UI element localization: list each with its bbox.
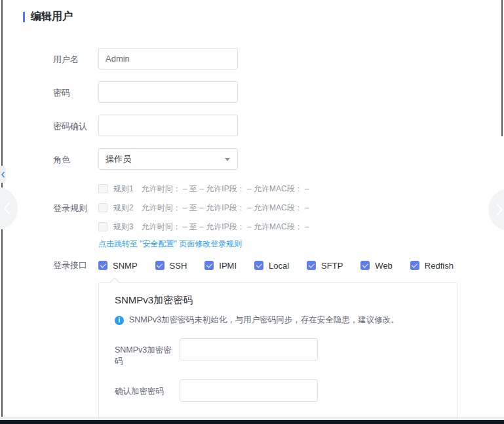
interface-option-web: Web	[360, 261, 393, 271]
snmpv3-panel: SNMPv3加密密码 i SNMPv3加密密码未初始化，与用户密码同步，存在安全…	[98, 282, 457, 424]
password-row: 密码	[53, 81, 504, 103]
chevron-left-icon	[3, 202, 10, 215]
title-accent-bar	[23, 12, 25, 22]
bottom-dark-bar	[0, 420, 504, 424]
username-row: 用户名	[53, 48, 504, 69]
page-header: 编辑用户	[23, 10, 504, 24]
chevron-left-icon	[1, 172, 5, 178]
sftp-checkbox[interactable]	[307, 261, 316, 270]
interface-label: SFTP	[321, 261, 343, 271]
login-interfaces-list: SNMP SSH IPMI Local SFTP Web	[98, 259, 471, 271]
login-rules-row: 登录规则 规则1 允许时间： – 至 – 允许IP段： – 允许MAC段： – …	[53, 182, 504, 250]
security-config-link[interactable]: 点击跳转至 "安全配置" 页面修改登录规则	[98, 239, 242, 250]
edit-user-form: 用户名 密码 密码确认 角色 操作员 登录规则 规则1 允许时间： – 至 – …	[53, 48, 504, 424]
login-interfaces-row: 登录接口 SNMP SSH IPMI Local SFTP	[53, 259, 504, 271]
interface-option-redfish: Redfish	[410, 261, 454, 271]
password-label: 密码	[53, 81, 98, 103]
web-checkbox[interactable]	[360, 261, 370, 270]
rule-detail: 允许时间： – 至 – 允许IP段： – 允许MAC段： –	[142, 202, 309, 214]
username-input[interactable]	[98, 48, 238, 69]
snmpv3-password-label: SNMPv3加密密码	[115, 338, 180, 367]
snmpv3-info-row: i SNMPv3加密密码未初始化，与用户密码同步，存在安全隐患，建议修改。	[115, 315, 457, 326]
rule3-checkbox[interactable]	[98, 222, 107, 231]
password-confirm-label: 密码确认	[53, 115, 98, 136]
interface-label: Web	[375, 261, 393, 271]
username-label: 用户名	[53, 48, 98, 69]
ssh-checkbox[interactable]	[155, 261, 165, 270]
rule-detail: 允许时间： – 至 – 允许IP段： – 允许MAC段： –	[142, 183, 309, 195]
info-icon: i	[115, 316, 124, 325]
interface-option-ssh: SSH	[155, 261, 187, 271]
snmpv3-password-row: SNMPv3加密密码	[115, 338, 457, 367]
login-rules-label: 登录规则	[53, 182, 98, 250]
interface-label: SSH	[170, 261, 187, 271]
interface-label: Local	[269, 261, 289, 271]
rule-detail: 允许时间： – 至 – 允许IP段： – 允许MAC段： –	[142, 222, 309, 233]
interface-option-snmp: SNMP	[98, 261, 138, 271]
role-selected-value: 操作员	[106, 153, 131, 165]
password-input[interactable]	[98, 81, 238, 103]
carousel-prev-button[interactable]	[0, 187, 18, 230]
password-confirm-row: 密码确认	[53, 115, 504, 136]
local-checkbox[interactable]	[254, 261, 263, 270]
interface-option-sftp: SFTP	[307, 261, 343, 271]
interface-label: Redfish	[425, 261, 454, 271]
login-rule-item: 规则2 允许时间： – 至 – 允许IP段： – 允许MAC段： –	[98, 201, 309, 215]
role-row: 角色 操作员	[53, 148, 504, 170]
rule2-checkbox[interactable]	[98, 203, 107, 212]
rule-name: 规则1	[113, 183, 134, 195]
snmpv3-password-confirm-input[interactable]	[180, 379, 318, 402]
sidebar-collapse-toggle[interactable]	[0, 166, 6, 183]
page-title: 编辑用户	[31, 10, 73, 24]
snmpv3-password-confirm-row: 确认加密密码	[115, 379, 457, 402]
ipmi-checkbox[interactable]	[204, 261, 214, 270]
login-rule-item: 规则1 允许时间： – 至 – 允许IP段： – 允许MAC段： –	[98, 182, 309, 196]
rule-name: 规则2	[113, 202, 134, 214]
snmpv3-password-input[interactable]	[180, 338, 318, 360]
interface-label: IPMI	[219, 261, 237, 271]
snmpv3-info-text: SNMPv3加密密码未初始化，与用户密码同步，存在安全隐患，建议修改。	[129, 315, 399, 326]
snmp-checkbox[interactable]	[98, 261, 107, 270]
rule1-checkbox[interactable]	[98, 184, 107, 193]
role-select[interactable]: 操作员	[98, 148, 238, 170]
chevron-down-icon	[225, 158, 230, 161]
snmpv3-panel-title: SNMPv3加密密码	[115, 294, 457, 307]
interface-label: SNMP	[113, 261, 138, 271]
interface-option-local: Local	[254, 261, 289, 271]
login-rule-item: 规则3 允许时间： – 至 – 允许IP段： – 允许MAC段： –	[98, 220, 309, 234]
password-confirm-input[interactable]	[98, 115, 238, 136]
snmpv3-password-confirm-label: 确认加密密码	[115, 379, 180, 402]
scrollbar-thumb[interactable]	[501, 0, 503, 136]
interface-option-ipmi: IPMI	[204, 261, 237, 271]
role-label: 角色	[53, 148, 98, 170]
login-rules-list: 规则1 允许时间： – 至 – 允许IP段： – 允许MAC段： – 规则2 允…	[98, 182, 309, 250]
chevron-right-icon	[496, 203, 503, 216]
rule-name: 规则3	[113, 222, 134, 233]
redfish-checkbox[interactable]	[410, 261, 419, 270]
login-interfaces-label: 登录接口	[53, 259, 98, 271]
